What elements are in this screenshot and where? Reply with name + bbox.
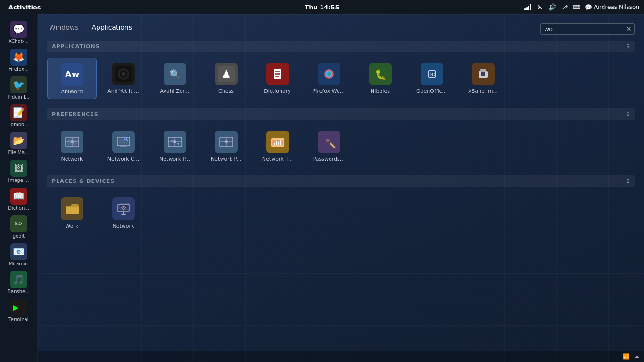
topbar-left: Activities [5,3,45,12]
svg-rect-54 [278,142,279,145]
networkp2-icon [215,131,238,153]
app-item-nibbles[interactable]: 🐛 Nibbles [355,58,405,99]
sync-bottom-icon: ☁ [634,353,639,360]
sidebar-item-dictionary[interactable]: 📖 Diction... [4,186,34,213]
svg-rect-38 [120,146,127,147]
section-title-places: PLACES & DEVICES [52,178,115,184]
svg-rect-29 [481,72,485,76]
avahi-icon: 🔍 [164,63,186,85]
svg-rect-52 [274,143,275,145]
app-item-xsane[interactable]: XSane Im... [458,58,508,99]
sidebar-item-banshee[interactable]: 🎵 Banshe... [4,269,34,296]
section-preferences: PREFERENCES 6 [47,108,635,168]
svg-text:OO: OO [428,72,436,77]
signal-icon [523,4,532,10]
firefox-icon [318,63,340,85]
abiword-icon: Aw [61,63,83,86]
main-layout: 💬 XChat-... 🦊 Firefox... 🐦 Pidgin I... 📝… [0,14,644,362]
svg-point-65 [123,209,124,211]
topbar-right: ♿ 🔊 ⎇ ⌨ 💬 Andreas Nilsson [523,3,639,11]
xsane-label: XSane Im... [468,88,498,94]
section-header-places: PLACES & DEVICES 2 [47,175,635,187]
sidebar-item-gedit[interactable]: ✏️ gedit [4,214,34,240]
svg-text:♟: ♟ [222,68,231,80]
passwords-icon [318,131,340,153]
app-item-network[interactable]: Network [47,126,97,166]
sidebar-item-tomboy[interactable]: 📝 Tombo... [4,102,34,129]
sidebar-item-pidgin[interactable]: 🐦 Pidgin I... [4,74,34,101]
sidebar-item-xchat[interactable]: 💬 XChat-... [4,19,34,46]
nibbles-label: Nibbles [371,88,390,94]
svg-rect-11 [274,69,281,79]
search-input[interactable] [540,23,635,35]
networkt-icon [266,131,289,153]
volume-icon[interactable]: 🔊 [548,3,556,11]
app-item-networkc[interactable]: Network C... [99,126,148,166]
wifi-bottom-icon: 📶 [623,353,630,360]
content-area: Windows Applications ✕ APPLICATIONS 9 [38,14,644,362]
svg-point-19 [327,72,331,76]
svg-text:Aw: Aw [65,69,79,79]
search-clear-button[interactable]: ✕ [626,25,632,32]
svg-rect-55 [280,140,281,145]
section-title-preferences: PREFERENCES [52,111,99,117]
chess-icon: ♟ [215,63,238,85]
app-grid-applications: Aw AbiWord [47,56,635,101]
nav-tabs-left: Windows Applications [47,22,134,36]
passwords-label: Passwords... [313,156,345,162]
work-folder-icon [61,197,83,220]
networkc-icon [112,131,135,153]
dictionary-icon [266,63,289,85]
section-title-applications: APPLICATIONS [52,43,100,49]
search-box-container: ✕ [540,23,635,35]
work-label: Work [66,223,79,229]
xsane-icon [472,63,495,85]
tab-applications[interactable]: Applications [90,22,134,36]
app-grid-places: Work [47,191,635,235]
bluetooth-icon[interactable]: ⎇ [560,3,569,11]
app-item-networkp2[interactable]: Network P... [201,126,251,166]
app-item-networkp1[interactable]: Network P... [150,126,199,166]
section-count-preferences: 6 [627,111,630,117]
andyet-label: And Yet It ... [107,88,139,94]
svg-text:🔍: 🔍 [169,69,181,80]
svg-rect-53 [276,141,277,145]
nibbles-icon: 🐛 [369,63,392,85]
app-item-networkloc[interactable]: Network [99,193,148,233]
sidebar-item-terminal[interactable]: ▶_ Terminal [4,297,34,324]
app-item-work[interactable]: Work [47,193,97,233]
sidebar-item-imageviewer[interactable]: 🖼 Image ... [4,158,34,185]
accessibility-icon[interactable]: ♿ [536,3,544,11]
keyboard-icon[interactable]: ⌨ [572,3,581,11]
bottombar: 📶 ☁ [38,351,644,362]
app-item-dictionary[interactable]: Dictionary [253,58,302,99]
section-header-applications: APPLICATIONS 9 [47,41,635,52]
app-item-andyet[interactable]: And Yet It ... [99,58,148,99]
topbar: Activities Thu 14:55 ♿ 🔊 ⎇ ⌨ 💬 Andreas N… [0,0,644,14]
svg-rect-28 [480,69,486,72]
svg-line-58 [330,143,335,148]
avahi-label: Avahi Zer... [160,88,190,94]
sidebar-item-filemanager[interactable]: 📂 File Ma... [4,130,34,157]
network-label: Network [61,156,83,162]
activities-button[interactable]: Activities [5,3,45,12]
openoffice-icon: OO [421,63,443,85]
section-header-preferences: PREFERENCES 6 [47,108,635,120]
section-count-places: 2 [627,178,630,184]
app-item-firefox[interactable]: Firefox We... [304,58,354,99]
app-item-abiword[interactable]: Aw AbiWord [47,58,97,99]
app-item-chess[interactable]: ♟ Chess [201,58,251,99]
sidebar-item-firefox[interactable]: 🦊 Firefox... [4,47,34,74]
dictionary-label: Dictionary [264,88,290,94]
app-item-avahi[interactable]: 🔍 Avahi Zer... [150,58,199,99]
app-item-passwords[interactable]: Passwords... [304,126,354,166]
sidebar-item-miramar[interactable]: 📧 Miramar [4,241,34,268]
andyet-icon [112,63,135,85]
networkloc-icon [112,197,135,220]
app-item-openoffice[interactable]: OO OpenOffic... [407,58,456,99]
section-count-applications: 9 [627,43,630,49]
tab-windows[interactable]: Windows [47,22,81,36]
app-item-networkt[interactable]: Network T... [253,126,302,166]
user-label[interactable]: 💬 Andreas Nilsson [585,4,639,11]
svg-point-59 [326,139,330,142]
